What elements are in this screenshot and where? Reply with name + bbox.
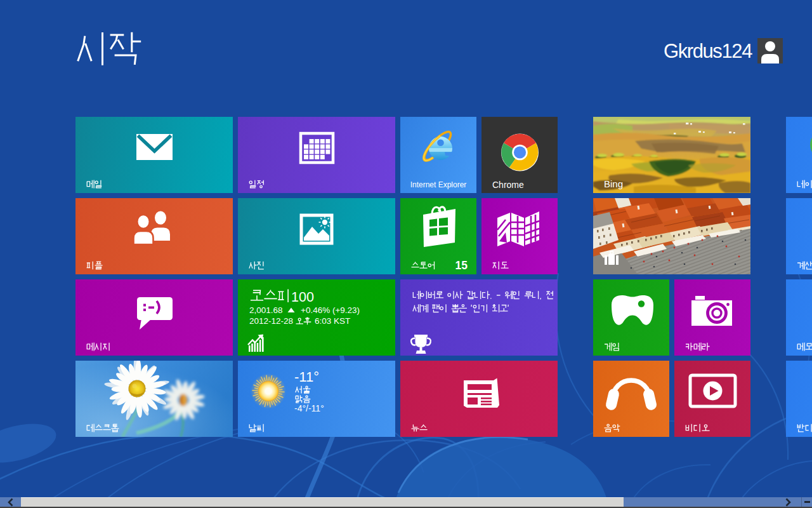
svg-text:-4°/-11°: -4°/-11°	[294, 403, 324, 413]
svg-text:15: 15	[455, 259, 468, 272]
svg-text:+0.46% (+9.23): +0.46% (+9.23)	[301, 305, 360, 315]
svg-text:2,001.68: 2,001.68	[249, 305, 283, 315]
svg-text:100: 100	[291, 290, 314, 305]
svg-text:6:03 KST: 6:03 KST	[315, 316, 350, 326]
svg-text:-11°: -11°	[294, 369, 319, 385]
svg-text:2012-12-28: 2012-12-28	[249, 316, 293, 326]
